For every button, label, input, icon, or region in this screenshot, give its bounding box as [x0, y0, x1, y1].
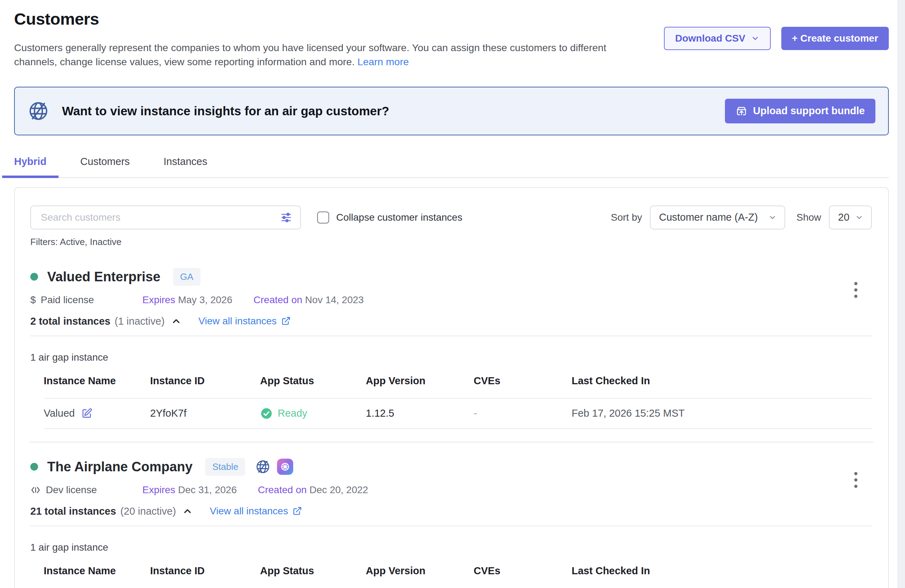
view-tabs: Hybrid Customers Instances — [14, 156, 889, 178]
upload-bundle-label: Upload support bundle — [753, 105, 865, 117]
instances-summary-row: 2 total instances (1 inactive) View all … — [30, 316, 872, 327]
upload-support-bundle-button[interactable]: Upload support bundle — [725, 99, 875, 123]
view-all-instances-label: View all instances — [198, 316, 277, 327]
list-controls: Collapse customer instances Sort by Cust… — [30, 205, 872, 229]
download-csv-label: Download CSV — [675, 33, 745, 44]
create-customer-label: + Create customer — [792, 33, 878, 44]
download-csv-button[interactable]: Download CSV — [664, 27, 771, 50]
customer-meta-row: Dev license Expires Dec 31, 2026 Created… — [30, 485, 872, 496]
sort-select[interactable]: Customer name (A-Z) — [650, 205, 785, 229]
learn-more-link[interactable]: Learn more — [357, 56, 409, 67]
created-label: Created on — [253, 294, 302, 305]
code-icon — [30, 485, 41, 495]
chevron-down-icon — [751, 34, 759, 43]
col-instance-id: Instance ID — [150, 565, 260, 577]
collapse-chevron-up-icon[interactable] — [182, 506, 193, 516]
instance-table-row: Valued 2YfoK7f Ready 1.12.5 - Feb 17, 20… — [44, 399, 872, 429]
col-cves: CVEs — [474, 565, 572, 577]
expires-value: Dec 31, 2026 — [178, 485, 237, 495]
filter-sliders-icon[interactable] — [280, 211, 292, 224]
instances-table-header: Instance Name Instance ID App Status App… — [44, 565, 872, 588]
collapse-instances-label: Collapse customer instances — [336, 212, 462, 223]
collapse-instances-checkbox[interactable] — [317, 211, 329, 224]
created-date: Created on Dec 20, 2022 — [258, 485, 368, 496]
search-input[interactable] — [30, 205, 301, 229]
tab-hybrid[interactable]: Hybrid — [14, 156, 46, 177]
page-header: Customers Download CSV + Create customer… — [14, 9, 889, 69]
col-app-status: App Status — [260, 565, 366, 577]
tab-customers[interactable]: Customers — [80, 156, 130, 177]
ready-check-icon — [260, 407, 273, 420]
instances-table-header: Instance Name Instance ID App Status App… — [44, 375, 872, 399]
banner-title: Want to view instance insights for an ai… — [62, 104, 725, 118]
instance-name-cell: Valued — [44, 407, 150, 419]
col-app-status: App Status — [260, 375, 366, 387]
page-description: Customers generally represent the compan… — [14, 41, 640, 69]
col-app-version: App Version — [366, 375, 474, 387]
vertical-scrollbar[interactable] — [897, 0, 905, 588]
app-status-value: Ready — [278, 407, 307, 419]
chevron-down-icon — [855, 213, 864, 222]
view-all-instances-label: View all instances — [210, 505, 288, 517]
inactive-instances-count: (1 inactive) — [114, 316, 165, 327]
customer-name[interactable]: The Airplane Company — [47, 459, 192, 475]
dollar-icon: $ — [30, 294, 36, 306]
license-type: Dev license — [30, 485, 142, 496]
description-text: Customers generally represent the compan… — [14, 42, 606, 67]
page-title: Customers — [14, 9, 889, 29]
show-select[interactable]: 20 — [829, 205, 872, 229]
col-instance-name: Instance Name — [44, 565, 150, 577]
customer-actions-kebab-icon[interactable] — [849, 468, 863, 493]
created-date: Created on Nov 14, 2023 — [253, 294, 364, 306]
customer-block-valued-enterprise: Valued Enterprise GA $ Paid license Expi… — [30, 268, 872, 429]
col-app-version: App Version — [366, 565, 474, 577]
channel-badge: Stable — [205, 458, 245, 476]
instance-name-value: Valued — [44, 407, 75, 419]
expires-label: Expires — [142, 485, 175, 495]
airgap-globe-icon — [255, 459, 271, 475]
license-type-label: Dev license — [46, 485, 97, 496]
customer-name[interactable]: Valued Enterprise — [47, 269, 160, 284]
airgap-instance-count: 1 air gap instance — [30, 542, 872, 553]
inactive-instances-count: (20 inactive) — [120, 505, 176, 517]
last-checked-in-cell: Feb 17, 2026 15:25 MST — [572, 407, 872, 419]
chevron-down-icon — [768, 213, 777, 222]
show-select-value: 20 — [838, 211, 849, 223]
view-all-instances-link[interactable]: View all instances — [210, 505, 302, 517]
section-divider — [30, 526, 872, 526]
view-all-instances-link[interactable]: View all instances — [198, 316, 291, 327]
create-customer-button[interactable]: + Create customer — [781, 27, 889, 50]
customers-card: Collapse customer instances Sort by Cust… — [14, 187, 889, 588]
kubernetes-helm-icon — [277, 459, 293, 475]
instances-summary-row: 21 total instances (20 inactive) View al… — [30, 505, 872, 517]
collapse-instances-checkbox-group[interactable]: Collapse customer instances — [317, 211, 462, 224]
instance-id-cell: 2YfoK7f — [150, 407, 260, 419]
external-link-icon — [281, 316, 291, 326]
airgap-instance-count: 1 air gap instance — [30, 352, 872, 363]
total-instances-count: 21 total instances — [30, 505, 116, 517]
customers-page: Customers Download CSV + Create customer… — [0, 0, 905, 588]
tab-instances[interactable]: Instances — [164, 156, 207, 177]
col-cves: CVEs — [474, 375, 572, 387]
col-instance-name: Instance Name — [44, 375, 150, 387]
col-last-checked-in: Last Checked In — [572, 375, 872, 387]
search-wrapper — [30, 205, 301, 229]
active-filters-note: Filters: Active, Inactive — [30, 237, 872, 248]
total-instances-count: 2 total instances — [30, 316, 110, 327]
upload-bundle-icon — [735, 105, 748, 117]
show-label: Show — [797, 212, 821, 223]
active-status-dot — [30, 273, 38, 281]
edit-icon[interactable] — [81, 408, 92, 419]
section-divider — [30, 335, 872, 336]
col-last-checked-in: Last Checked In — [572, 565, 872, 577]
airgap-globe-icon — [27, 100, 49, 122]
customer-meta-row: $ Paid license Expires May 3, 2026 Creat… — [30, 294, 872, 306]
customer-actions-kebab-icon[interactable] — [849, 278, 863, 302]
external-link-icon — [292, 506, 302, 516]
collapse-chevron-up-icon[interactable] — [171, 316, 181, 326]
sort-by-label: Sort by — [611, 212, 642, 223]
col-instance-id: Instance ID — [150, 375, 260, 387]
created-value: Dec 20, 2022 — [310, 485, 368, 495]
instances-table: Instance Name Instance ID App Status App… — [30, 565, 872, 588]
airgap-banner: Want to view instance insights for an ai… — [14, 87, 889, 135]
